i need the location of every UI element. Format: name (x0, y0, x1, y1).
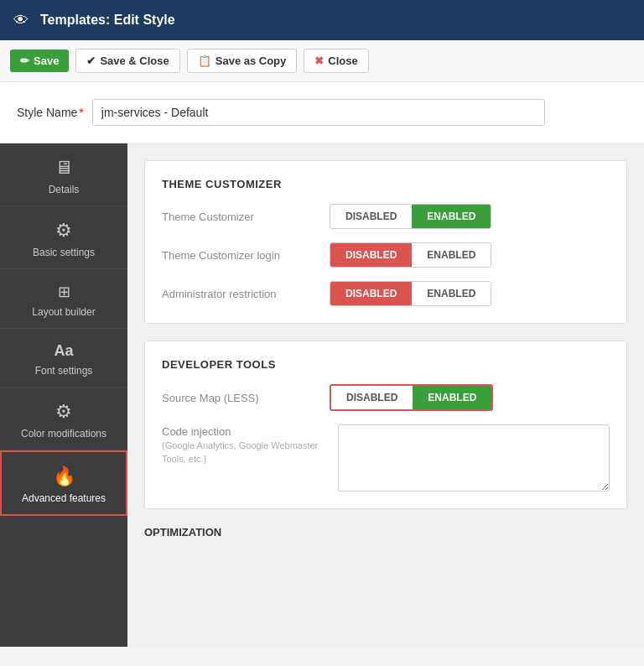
theme-customizer-enabled-btn[interactable]: ENABLED (412, 205, 491, 228)
save-label: Save (34, 55, 59, 67)
code-injection-row: Code injection (Google Analytics, Google… (162, 424, 610, 492)
style-name-input[interactable] (92, 99, 545, 126)
gear-icon: ⚙ (55, 220, 72, 242)
sliders-icon: ⚙ (55, 401, 72, 423)
grid-icon: ⊞ (58, 283, 70, 301)
code-injection-label: Code injection (162, 424, 330, 440)
theme-customizer-disabled-btn[interactable]: DISABLED (330, 205, 412, 228)
source-map-label: Source Map (LESS) (162, 392, 330, 404)
theme-customizer-toggle: DISABLED ENABLED (330, 204, 491, 229)
sidebar-item-basic-settings[interactable]: ⚙ Basic settings (0, 206, 127, 269)
page-title: Templates: Edit Style (40, 13, 175, 28)
save-copy-button[interactable]: 📋 Save as Copy (187, 49, 298, 73)
sidebar-label-advanced-features: Advanced features (22, 492, 106, 504)
theme-customizer-login-enabled-btn[interactable]: ENABLED (412, 243, 491, 267)
style-name-row: Style Name* (0, 82, 644, 143)
save-close-button[interactable]: ✔ Save & Close (75, 49, 179, 73)
theme-customizer-login-toggle: DISABLED ENABLED (330, 242, 491, 268)
source-map-enabled-btn[interactable]: ENABLED (413, 386, 491, 409)
theme-customizer-title: THEME CUSTOMIZER (162, 178, 610, 190)
save-button[interactable]: ✏ Save (10, 49, 69, 72)
admin-restriction-toggle: DISABLED ENABLED (330, 281, 491, 306)
style-name-label: Style Name* (17, 106, 84, 119)
check-icon: ✔ (86, 55, 96, 67)
code-injection-label-container: Code injection (Google Analytics, Google… (162, 424, 330, 466)
content-area: THEME CUSTOMIZER Theme Customizer DISABL… (127, 143, 644, 647)
admin-restriction-disabled-btn[interactable]: DISABLED (330, 282, 412, 305)
sidebar-item-layout-builder[interactable]: ⊞ Layout builder (0, 269, 127, 329)
sidebar: 🖥 Details ⚙ Basic settings ⊞ Layout buil… (0, 143, 127, 647)
theme-customizer-login-label: Theme Customizer login (162, 249, 330, 262)
sidebar-label-font-settings: Font settings (35, 365, 93, 377)
optimization-title: OPTIMIZATION (144, 526, 627, 539)
save-icon: ✏ (20, 55, 29, 67)
theme-customizer-card: THEME CUSTOMIZER Theme Customizer DISABL… (144, 160, 627, 324)
sidebar-item-details[interactable]: 🖥 Details (0, 143, 127, 206)
font-icon: Aa (54, 342, 73, 360)
theme-customizer-login-disabled-btn[interactable]: DISABLED (330, 243, 412, 267)
sidebar-label-details: Details (49, 184, 80, 195)
optimization-section: OPTIMIZATION (144, 526, 627, 539)
sidebar-label-color-modifications: Color modifications (21, 428, 106, 440)
theme-customizer-label: Theme Customizer (162, 211, 330, 223)
monitor-icon: 🖥 (55, 157, 73, 179)
theme-customizer-row: Theme Customizer DISABLED ENABLED (162, 204, 610, 229)
close-icon: ✖ (314, 55, 324, 67)
sidebar-item-advanced-features[interactable]: 🔥 Advanced features (0, 450, 127, 516)
copy-icon: 📋 (198, 55, 211, 67)
sidebar-label-layout-builder: Layout builder (32, 306, 95, 318)
toolbar: ✏ Save ✔ Save & Close 📋 Save as Copy ✖ C… (0, 40, 644, 82)
flame-icon: 🔥 (53, 466, 75, 487)
code-injection-textarea[interactable] (338, 424, 610, 492)
admin-restriction-label: Administrator restriction (162, 288, 330, 300)
source-map-disabled-btn[interactable]: DISABLED (331, 386, 413, 409)
admin-restriction-row: Administrator restriction DISABLED ENABL… (162, 281, 610, 306)
save-close-label: Save & Close (100, 55, 169, 67)
sidebar-item-color-modifications[interactable]: ⚙ Color modifications (0, 388, 127, 450)
code-injection-sub: (Google Analytics, Google Webmaster Tool… (162, 440, 330, 466)
close-label: Close (328, 55, 357, 67)
sidebar-item-font-settings[interactable]: Aa Font settings (0, 329, 127, 388)
theme-customizer-login-row: Theme Customizer login DISABLED ENABLED (162, 242, 610, 268)
source-map-row: Source Map (LESS) DISABLED ENABLED (162, 384, 610, 411)
close-button[interactable]: ✖ Close (304, 49, 368, 73)
page-header: 👁 Templates: Edit Style (0, 0, 644, 40)
main-layout: 🖥 Details ⚙ Basic settings ⊞ Layout buil… (0, 143, 644, 647)
sidebar-label-basic-settings: Basic settings (33, 247, 95, 258)
developer-tools-card: DEVELOPER TOOLS Source Map (LESS) DISABL… (144, 341, 627, 509)
eye-icon: 👁 (13, 12, 29, 29)
developer-tools-title: DEVELOPER TOOLS (162, 358, 610, 371)
save-copy-label: Save as Copy (216, 55, 287, 67)
admin-restriction-enabled-btn[interactable]: ENABLED (412, 282, 491, 305)
source-map-toggle: DISABLED ENABLED (330, 384, 493, 411)
